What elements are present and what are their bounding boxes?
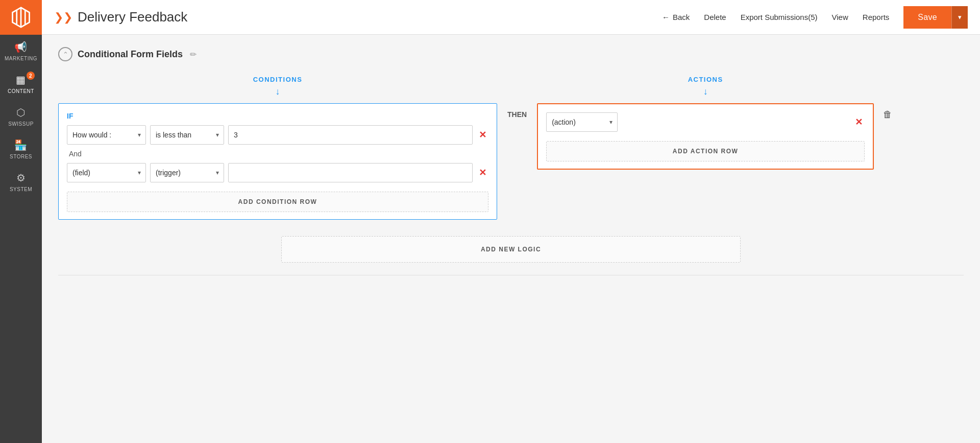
sidebar-label-system: SYSTEM bbox=[10, 186, 32, 192]
condition-value-input-1[interactable] bbox=[228, 125, 473, 145]
sidebar-item-marketing[interactable]: 📢 MARKETING bbox=[0, 35, 42, 67]
breadcrumb-arrows-icon: ❯❯ bbox=[54, 11, 72, 24]
back-button[interactable]: ← Back bbox=[662, 13, 690, 21]
section-edit-button[interactable]: ✏ bbox=[188, 50, 199, 59]
main-area: ❯❯ Delivery Feedback ← Back Delete Expor… bbox=[42, 0, 980, 443]
action-dropdown-1[interactable]: (action) bbox=[546, 112, 618, 132]
and-label: And bbox=[67, 150, 488, 158]
sidebar-label-swissup: SWISSUP bbox=[8, 121, 34, 127]
view-label: View bbox=[832, 13, 848, 21]
save-button[interactable]: Save bbox=[903, 6, 951, 29]
add-action-row-button[interactable]: ADD ACTION ROW bbox=[546, 141, 865, 161]
condition-trigger-select-1[interactable]: is less than bbox=[150, 125, 224, 145]
sidebar-label-content: CONTENT bbox=[8, 88, 34, 94]
action-select-1[interactable]: (action) bbox=[546, 112, 618, 132]
logic-builder: CONDITIONS ↓ IF How would : is le bbox=[58, 76, 964, 220]
save-dropdown-arrow-icon: ▾ bbox=[958, 13, 962, 21]
sidebar-label-marketing: MARKETING bbox=[5, 56, 37, 61]
export-button[interactable]: Export Submissions(5) bbox=[741, 13, 818, 21]
sidebar-item-swissup[interactable]: ⬡ SWISSUP bbox=[0, 100, 42, 133]
add-logic-area: ADD NEW LOGIC bbox=[58, 236, 964, 263]
condition-row-2: (field) (trigger) ✕ bbox=[67, 163, 488, 182]
conditions-heading: CONDITIONS bbox=[58, 76, 497, 83]
swissup-icon: ⬡ bbox=[16, 106, 26, 119]
sidebar-logo bbox=[0, 0, 42, 35]
conditions-arrow-icon: ↓ bbox=[58, 86, 497, 97]
magento-logo-icon bbox=[10, 6, 32, 29]
content-icon: ▦ bbox=[16, 74, 26, 86]
actions-panel: ACTIONS ↓ (action) ✕ bbox=[537, 76, 874, 170]
condition-trigger-dropdown-1[interactable]: is less than bbox=[150, 125, 224, 145]
remove-icon-1: ✕ bbox=[479, 130, 486, 139]
reports-button[interactable]: Reports bbox=[863, 13, 890, 21]
add-new-logic-button[interactable]: ADD NEW LOGIC bbox=[281, 236, 741, 263]
condition-field-select-1[interactable]: How would : bbox=[67, 125, 146, 145]
system-icon: ⚙ bbox=[16, 172, 26, 184]
back-arrow-icon: ← bbox=[662, 13, 670, 21]
add-condition-row-button[interactable]: ADD CONDITION ROW bbox=[67, 192, 488, 212]
delete-button[interactable]: Delete bbox=[704, 13, 726, 21]
export-label: Export Submissions(5) bbox=[741, 13, 818, 21]
action-row-1: (action) ✕ bbox=[546, 112, 865, 132]
bottom-divider bbox=[58, 275, 964, 275]
condition-trigger-select-2[interactable]: (trigger) bbox=[150, 163, 224, 182]
action-remove-button-1[interactable]: ✕ bbox=[853, 118, 865, 127]
condition-remove-button-1[interactable]: ✕ bbox=[477, 130, 488, 139]
action-remove-icon-1: ✕ bbox=[855, 118, 863, 127]
content-area: ⌃ Conditional Form Fields ✏ CONDITIONS ↓… bbox=[42, 35, 980, 443]
conditions-box: IF How would : is less than bbox=[58, 103, 497, 220]
page-title: Delivery Feedback bbox=[78, 9, 187, 25]
condition-remove-button-2[interactable]: ✕ bbox=[477, 168, 488, 177]
actions-heading: ACTIONS bbox=[537, 76, 874, 83]
marketing-icon: 📢 bbox=[14, 41, 28, 53]
actions-arrow-icon: ↓ bbox=[537, 86, 874, 97]
condition-field-dropdown-2[interactable]: (field) bbox=[67, 163, 146, 182]
collapse-icon: ⌃ bbox=[63, 51, 68, 58]
condition-value-input-2[interactable] bbox=[228, 163, 473, 182]
reports-label: Reports bbox=[863, 13, 890, 21]
section-title: Conditional Form Fields bbox=[78, 49, 183, 60]
sidebar-item-system[interactable]: ⚙ SYSTEM bbox=[0, 166, 42, 198]
sidebar-item-stores[interactable]: 🏪 STORES bbox=[0, 133, 42, 166]
if-label: IF bbox=[67, 112, 488, 120]
content-badge: 2 bbox=[27, 72, 35, 80]
topbar-actions: ← Back Delete Export Submissions(5) View… bbox=[662, 6, 968, 29]
stores-icon: 🏪 bbox=[14, 139, 28, 151]
back-label: Back bbox=[673, 13, 690, 21]
section-collapse-button[interactable]: ⌃ bbox=[58, 47, 72, 61]
delete-label: Delete bbox=[704, 13, 726, 21]
sidebar: 📢 MARKETING ▦ CONTENT 2 ⬡ SWISSUP 🏪 STOR… bbox=[0, 0, 42, 443]
then-label-area: THEN bbox=[497, 76, 537, 119]
trash-icon: 🗑 bbox=[883, 109, 892, 120]
condition-field-dropdown-1[interactable]: How would : bbox=[67, 125, 146, 145]
edit-pencil-icon: ✏ bbox=[190, 50, 197, 59]
conditions-panel: CONDITIONS ↓ IF How would : is le bbox=[58, 76, 497, 220]
sidebar-item-content[interactable]: ▦ CONTENT 2 bbox=[0, 67, 42, 100]
condition-field-select-2[interactable]: (field) bbox=[67, 163, 146, 182]
delete-logic-button[interactable]: 🗑 bbox=[883, 109, 892, 120]
sidebar-label-stores: STORES bbox=[10, 154, 32, 159]
topbar: ❯❯ Delivery Feedback ← Back Delete Expor… bbox=[42, 0, 980, 35]
then-label: THEN bbox=[507, 110, 527, 119]
condition-row-1: How would : is less than ✕ bbox=[67, 125, 488, 145]
save-button-group: Save ▾ bbox=[903, 6, 968, 29]
save-dropdown-button[interactable]: ▾ bbox=[951, 6, 968, 29]
section-header: ⌃ Conditional Form Fields ✏ bbox=[58, 47, 964, 61]
remove-icon-2: ✕ bbox=[479, 168, 486, 177]
condition-trigger-dropdown-2[interactable]: (trigger) bbox=[150, 163, 224, 182]
view-button[interactable]: View bbox=[832, 13, 848, 21]
topbar-breadcrumb: ❯❯ Delivery Feedback bbox=[54, 9, 187, 25]
actions-box: (action) ✕ ADD ACTION ROW bbox=[537, 103, 874, 170]
